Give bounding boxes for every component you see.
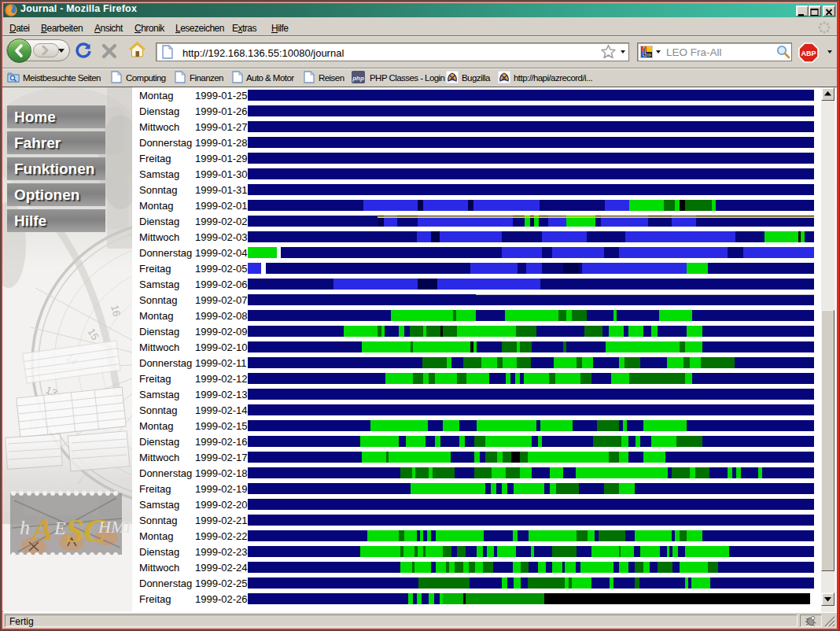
svg-text:HMI: HMI: [98, 517, 132, 537]
svg-text:php: php: [352, 75, 364, 82]
svg-text:E: E: [53, 518, 66, 538]
svg-text:h: h: [20, 516, 30, 539]
svg-text:A: A: [30, 511, 53, 547]
svg-text:ABP: ABP: [801, 50, 816, 57]
